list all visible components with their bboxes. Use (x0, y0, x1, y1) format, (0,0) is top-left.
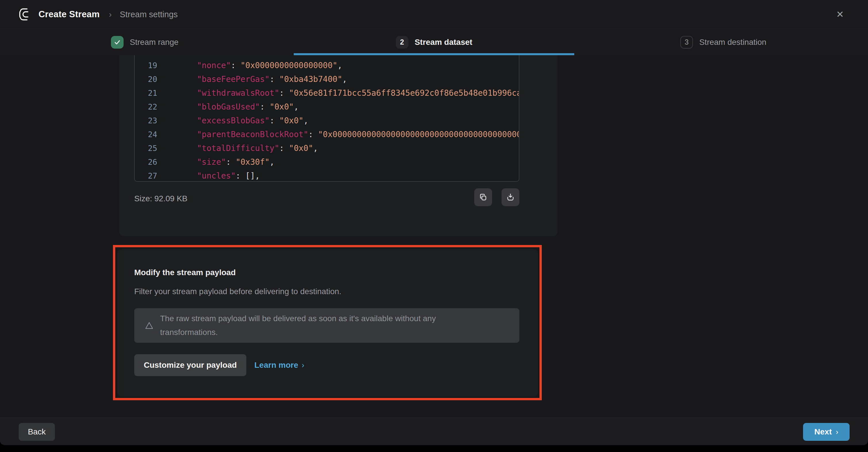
close-icon[interactable]: ✕ (836, 0, 844, 29)
warning-text: The raw stream payload will be delivered… (160, 312, 491, 339)
stepper: Stream range 2 Stream dataset 3 Stream d… (0, 29, 868, 55)
line-number: 22 (135, 100, 157, 114)
code-line: 24"parentBeaconBlockRoot": "0x0000000000… (135, 128, 519, 142)
step-stream-range[interactable]: Stream range (0, 29, 289, 55)
modify-payload-title: Modify the stream payload (134, 268, 236, 277)
step-label: Stream dataset (415, 38, 472, 47)
customize-payload-button[interactable]: Customize your payload (134, 354, 246, 376)
footer-bar: Back Next › (0, 418, 868, 445)
page-title: Create Stream (38, 9, 100, 20)
code-text: "uncles": [], (160, 169, 519, 182)
modify-payload-subtitle: Filter your stream payload before delive… (134, 287, 341, 296)
line-number: 21 (135, 86, 157, 100)
chevron-right-icon: › (836, 427, 838, 436)
learn-more-label: Learn more (254, 361, 298, 370)
header: Create Stream › Stream settings ✕ (0, 0, 868, 29)
quicknode-streams-logo-icon (19, 7, 32, 21)
download-icon (506, 193, 515, 202)
code-text: "excessBlobGas": "0x0", (160, 114, 519, 128)
payload-code-viewer[interactable]: 18"mixHash": "0x000000000000000000000000… (134, 40, 519, 182)
learn-more-link[interactable]: Learn more › (254, 354, 304, 376)
step-stream-destination[interactable]: 3 Stream destination (579, 29, 868, 55)
code-text: "parentBeaconBlockRoot": "0x000000000000… (160, 128, 519, 142)
code-text: "totalDifficulty": "0x0", (160, 142, 519, 155)
code-line: 20"baseFeePerGas": "0xba43b7400", (135, 72, 519, 86)
step-complete-check-icon (111, 36, 124, 49)
create-stream-window: Create Stream › Stream settings ✕ Stream… (0, 0, 868, 445)
download-button[interactable] (501, 188, 519, 206)
copy-icon (479, 193, 488, 202)
next-label: Next (814, 427, 832, 436)
step-label: Stream destination (699, 38, 766, 47)
code-line: 23"excessBlobGas": "0x0", (135, 114, 519, 128)
raw-payload-warning: The raw stream payload will be delivered… (134, 308, 519, 343)
breadcrumb: Stream settings (120, 10, 178, 19)
next-button[interactable]: Next › (803, 423, 849, 441)
code-text: "withdrawalsRoot": "0x56e81f171bcc55a6ff… (160, 86, 519, 100)
code-line: 22"blobGasUsed": "0x0", (135, 100, 519, 114)
step-stream-dataset[interactable]: 2 Stream dataset (289, 29, 579, 55)
line-number: 24 (135, 128, 157, 142)
code-text: "blobGasUsed": "0x0", (160, 100, 519, 114)
code-line: 26"size": "0x30f", (135, 155, 519, 169)
chevron-right-icon: › (302, 361, 304, 370)
line-number: 23 (135, 114, 157, 128)
payload-size-label: Size: 92.09 KB (134, 190, 187, 208)
line-number: 26 (135, 155, 157, 169)
line-number: 19 (135, 59, 157, 72)
code-line: 27"uncles": [], (135, 169, 519, 182)
warning-triangle-icon (145, 322, 153, 329)
copy-button[interactable] (474, 188, 492, 206)
breadcrumb-separator-icon: › (109, 9, 112, 19)
step-number-badge: 2 (396, 36, 408, 49)
line-number: 27 (135, 169, 157, 182)
line-number: 20 (135, 72, 157, 86)
code-line: 25"totalDifficulty": "0x0", (135, 142, 519, 155)
code-line: 21"withdrawalsRoot": "0x56e81f171bcc55a6… (135, 86, 519, 100)
back-button[interactable]: Back (19, 423, 55, 441)
step-number-badge: 3 (680, 36, 693, 49)
code-text: "baseFeePerGas": "0xba43b7400", (160, 72, 519, 86)
code-line: 19"nonce": "0x0000000000000000", (135, 59, 519, 72)
code-text: "nonce": "0x0000000000000000", (160, 59, 519, 72)
line-number: 25 (135, 142, 157, 155)
step-label: Stream range (130, 38, 179, 47)
code-text: "size": "0x30f", (160, 155, 519, 169)
